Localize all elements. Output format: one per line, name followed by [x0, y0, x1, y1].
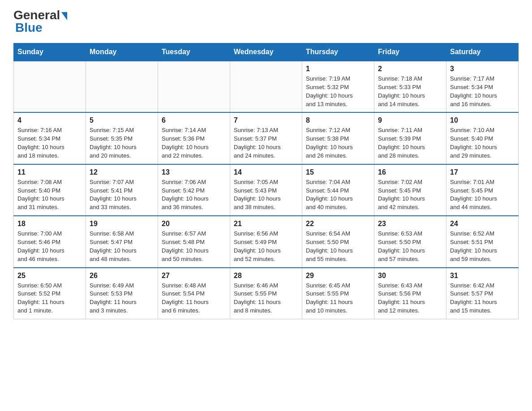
day-number: 8 [306, 116, 370, 124]
day-cell: 17Sunrise: 7:01 AM Sunset: 5:45 PM Dayli… [446, 164, 519, 216]
day-info: Sunrise: 7:18 AM Sunset: 5:33 PM Dayligh… [378, 75, 442, 108]
day-number: 6 [162, 116, 226, 124]
day-info: Sunrise: 7:02 AM Sunset: 5:45 PM Dayligh… [378, 178, 442, 212]
header-monday: Monday [86, 43, 158, 61]
day-cell: 9Sunrise: 7:11 AM Sunset: 5:39 PM Daylig… [374, 112, 446, 164]
day-cell [230, 61, 302, 112]
logo: General Blue [13, 9, 67, 35]
day-info: Sunrise: 6:58 AM Sunset: 5:47 PM Dayligh… [90, 230, 154, 263]
day-number: 2 [378, 65, 442, 73]
day-number: 17 [450, 168, 515, 176]
day-number: 7 [234, 116, 298, 124]
day-info: Sunrise: 7:16 AM Sunset: 5:34 PM Dayligh… [17, 126, 82, 160]
day-number: 28 [234, 272, 298, 280]
day-info: Sunrise: 7:14 AM Sunset: 5:36 PM Dayligh… [162, 126, 226, 160]
day-number: 24 [450, 220, 515, 228]
day-number: 30 [378, 272, 442, 280]
day-number: 29 [306, 272, 370, 280]
day-info: Sunrise: 6:49 AM Sunset: 5:53 PM Dayligh… [90, 282, 154, 315]
day-cell: 8Sunrise: 7:12 AM Sunset: 5:38 PM Daylig… [302, 112, 374, 164]
day-number: 23 [378, 220, 442, 228]
day-info: Sunrise: 7:00 AM Sunset: 5:46 PM Dayligh… [17, 230, 82, 263]
day-info: Sunrise: 6:54 AM Sunset: 5:50 PM Dayligh… [306, 230, 370, 263]
day-info: Sunrise: 6:48 AM Sunset: 5:54 PM Dayligh… [162, 282, 226, 315]
day-number: 1 [306, 65, 370, 73]
week-row-3: 11Sunrise: 7:08 AM Sunset: 5:40 PM Dayli… [14, 164, 519, 216]
day-cell: 26Sunrise: 6:49 AM Sunset: 5:53 PM Dayli… [86, 268, 158, 319]
day-info: Sunrise: 7:17 AM Sunset: 5:34 PM Dayligh… [450, 75, 515, 108]
day-info: Sunrise: 7:13 AM Sunset: 5:37 PM Dayligh… [234, 126, 298, 160]
header-tuesday: Tuesday [158, 43, 230, 61]
header-wednesday: Wednesday [230, 43, 302, 61]
day-cell: 3Sunrise: 7:17 AM Sunset: 5:34 PM Daylig… [446, 61, 519, 112]
day-number: 21 [234, 220, 298, 228]
day-info: Sunrise: 7:04 AM Sunset: 5:44 PM Dayligh… [306, 178, 370, 212]
day-info: Sunrise: 6:45 AM Sunset: 5:55 PM Dayligh… [306, 282, 370, 315]
header-row: SundayMondayTuesdayWednesdayThursdayFrid… [14, 43, 519, 61]
day-cell: 7Sunrise: 7:13 AM Sunset: 5:37 PM Daylig… [230, 112, 302, 164]
day-number: 20 [162, 220, 226, 228]
day-cell: 20Sunrise: 6:57 AM Sunset: 5:48 PM Dayli… [158, 216, 230, 267]
day-number: 14 [234, 168, 298, 176]
day-cell: 22Sunrise: 6:54 AM Sunset: 5:50 PM Dayli… [302, 216, 374, 267]
day-info: Sunrise: 6:50 AM Sunset: 5:52 PM Dayligh… [17, 282, 82, 315]
day-number: 11 [17, 168, 82, 176]
day-cell: 15Sunrise: 7:04 AM Sunset: 5:44 PM Dayli… [302, 164, 374, 216]
day-info: Sunrise: 6:53 AM Sunset: 5:50 PM Dayligh… [378, 230, 442, 263]
day-cell: 13Sunrise: 7:06 AM Sunset: 5:42 PM Dayli… [158, 164, 230, 216]
day-info: Sunrise: 7:05 AM Sunset: 5:43 PM Dayligh… [234, 178, 298, 212]
logo-general: General [13, 9, 67, 21]
day-cell: 2Sunrise: 7:18 AM Sunset: 5:33 PM Daylig… [374, 61, 446, 112]
day-cell: 4Sunrise: 7:16 AM Sunset: 5:34 PM Daylig… [14, 112, 86, 164]
day-info: Sunrise: 7:12 AM Sunset: 5:38 PM Dayligh… [306, 126, 370, 160]
day-number: 5 [90, 116, 154, 124]
day-number: 13 [162, 168, 226, 176]
day-number: 27 [162, 272, 226, 280]
day-number: 12 [90, 168, 154, 176]
header-saturday: Saturday [446, 43, 519, 61]
day-cell: 25Sunrise: 6:50 AM Sunset: 5:52 PM Dayli… [14, 268, 86, 319]
day-cell [158, 61, 230, 112]
day-number: 10 [450, 116, 515, 124]
day-cell: 18Sunrise: 7:00 AM Sunset: 5:46 PM Dayli… [14, 216, 86, 267]
day-info: Sunrise: 6:52 AM Sunset: 5:51 PM Dayligh… [450, 230, 515, 263]
day-number: 26 [90, 272, 154, 280]
day-info: Sunrise: 6:57 AM Sunset: 5:48 PM Dayligh… [162, 230, 226, 263]
day-info: Sunrise: 6:46 AM Sunset: 5:55 PM Dayligh… [234, 282, 298, 315]
day-number: 3 [450, 65, 515, 73]
day-cell: 23Sunrise: 6:53 AM Sunset: 5:50 PM Dayli… [374, 216, 446, 267]
day-cell: 14Sunrise: 7:05 AM Sunset: 5:43 PM Dayli… [230, 164, 302, 216]
day-number: 16 [378, 168, 442, 176]
day-cell: 30Sunrise: 6:43 AM Sunset: 5:56 PM Dayli… [374, 268, 446, 319]
week-row-1: 1Sunrise: 7:19 AM Sunset: 5:32 PM Daylig… [14, 61, 519, 112]
day-cell: 1Sunrise: 7:19 AM Sunset: 5:32 PM Daylig… [302, 61, 374, 112]
day-info: Sunrise: 7:15 AM Sunset: 5:35 PM Dayligh… [90, 126, 154, 160]
day-info: Sunrise: 6:56 AM Sunset: 5:49 PM Dayligh… [234, 230, 298, 263]
day-cell: 16Sunrise: 7:02 AM Sunset: 5:45 PM Dayli… [374, 164, 446, 216]
day-info: Sunrise: 6:42 AM Sunset: 5:57 PM Dayligh… [450, 282, 515, 315]
day-number: 31 [450, 272, 515, 280]
day-cell: 12Sunrise: 7:07 AM Sunset: 5:41 PM Dayli… [86, 164, 158, 216]
day-cell: 21Sunrise: 6:56 AM Sunset: 5:49 PM Dayli… [230, 216, 302, 267]
week-row-2: 4Sunrise: 7:16 AM Sunset: 5:34 PM Daylig… [14, 112, 519, 164]
header-friday: Friday [374, 43, 446, 61]
day-cell: 24Sunrise: 6:52 AM Sunset: 5:51 PM Dayli… [446, 216, 519, 267]
day-info: Sunrise: 7:19 AM Sunset: 5:32 PM Dayligh… [306, 75, 370, 108]
day-number: 9 [378, 116, 442, 124]
day-info: Sunrise: 7:08 AM Sunset: 5:40 PM Dayligh… [17, 178, 82, 212]
day-cell: 27Sunrise: 6:48 AM Sunset: 5:54 PM Dayli… [158, 268, 230, 319]
day-cell [86, 61, 158, 112]
day-cell: 5Sunrise: 7:15 AM Sunset: 5:35 PM Daylig… [86, 112, 158, 164]
header-thursday: Thursday [302, 43, 374, 61]
day-number: 4 [17, 116, 82, 124]
calendar-table: SundayMondayTuesdayWednesdayThursdayFrid… [13, 43, 519, 319]
day-number: 22 [306, 220, 370, 228]
week-row-5: 25Sunrise: 6:50 AM Sunset: 5:52 PM Dayli… [14, 268, 519, 319]
day-info: Sunrise: 7:06 AM Sunset: 5:42 PM Dayligh… [162, 178, 226, 212]
day-number: 19 [90, 220, 154, 228]
day-info: Sunrise: 6:43 AM Sunset: 5:56 PM Dayligh… [378, 282, 442, 315]
day-number: 15 [306, 168, 370, 176]
day-cell: 19Sunrise: 6:58 AM Sunset: 5:47 PM Dayli… [86, 216, 158, 267]
day-info: Sunrise: 7:07 AM Sunset: 5:41 PM Dayligh… [90, 178, 154, 212]
week-row-4: 18Sunrise: 7:00 AM Sunset: 5:46 PM Dayli… [14, 216, 519, 267]
